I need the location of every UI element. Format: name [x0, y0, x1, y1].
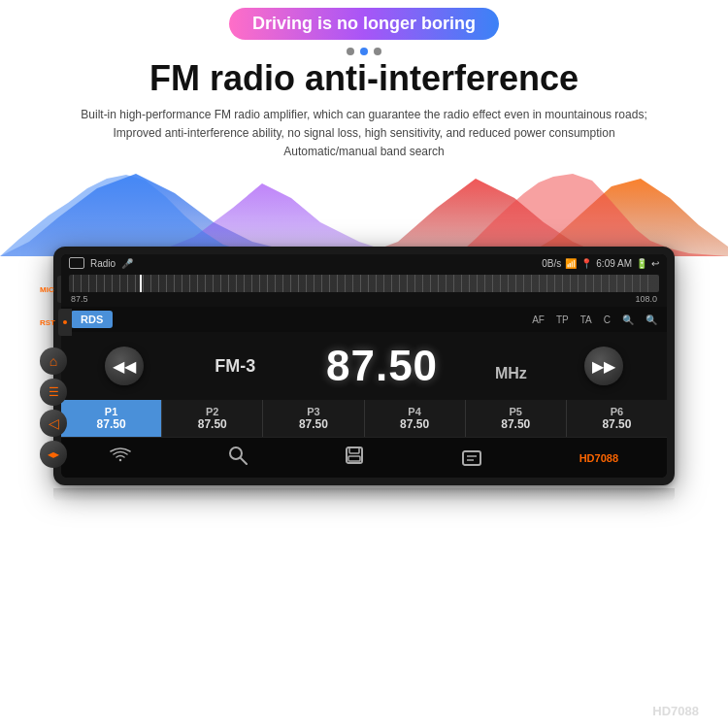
tuner-section: 87.5 108.0 — [61, 272, 667, 307]
preset-6-num: P6 — [571, 406, 663, 417]
svg-rect-5 — [463, 451, 480, 465]
device-wrapper: MIC RST ⌂ ☰ ◁ ◂▸ — [0, 247, 728, 485]
preset-5-num: P5 — [470, 406, 562, 417]
preset-6[interactable]: P6 87.50 — [567, 400, 667, 437]
svg-rect-4 — [348, 456, 360, 461]
banner-pill: Driving is no longer boring — [229, 8, 499, 40]
preset-5[interactable]: P5 87.50 — [466, 400, 567, 437]
preset-1[interactable]: P1 87.50 — [61, 400, 162, 437]
mic-label: MIC — [40, 285, 54, 294]
nav-wifi[interactable] — [110, 447, 131, 469]
dots-indicator — [0, 48, 728, 55]
unit-label: MHz — [495, 365, 527, 382]
time-display: 6:09 AM — [596, 258, 632, 269]
rds-tp[interactable]: TP — [556, 314, 569, 325]
rds-button[interactable]: RDS — [71, 311, 113, 328]
back-arrow-icon[interactable]: ↩ — [651, 258, 659, 269]
nav-search[interactable] — [228, 446, 248, 470]
preset-2-num: P2 — [166, 406, 258, 417]
main-heading: FM radio anti-interference — [0, 59, 728, 98]
left-nav-home[interactable]: ⌂ — [40, 347, 67, 375]
rds-c[interactable]: C — [604, 314, 611, 325]
preset-5-freq: 87.50 — [470, 417, 562, 431]
status-right: 0B/s 📶 📍 6:09 AM 🔋 ↩ — [542, 258, 659, 269]
model-label: HD7088 — [579, 452, 618, 464]
preset-1-freq: 87.50 — [65, 417, 157, 431]
rds-controls: AF TP TA C 🔍 🔍 — [532, 314, 657, 325]
preset-3[interactable]: P3 87.50 — [263, 400, 364, 437]
mic-icon: 🎤 — [121, 258, 133, 269]
dot-1 — [347, 48, 354, 55]
left-nav-back[interactable]: ◁ — [40, 410, 67, 437]
preset-4-num: P4 — [369, 406, 461, 417]
preset-4[interactable]: P4 87.50 — [365, 400, 466, 437]
screen: Radio 🎤 0B/s 📶 📍 6:09 AM 🔋 ↩ — [61, 254, 667, 478]
rds-af[interactable]: AF — [532, 314, 545, 325]
nav-save[interactable] — [345, 446, 364, 470]
device-reflection — [0, 488, 728, 502]
dot-3 — [374, 48, 381, 55]
rst-label: RST — [40, 318, 55, 327]
subtitle-line3: Automatic/manual band search — [0, 143, 728, 161]
svg-line-1 — [241, 458, 247, 464]
tuner-bar[interactable] — [69, 275, 659, 292]
device-outer: MIC RST ⌂ ☰ ◁ ◂▸ — [53, 247, 675, 485]
tuner-max: 108.0 — [635, 294, 657, 304]
reflection-bar — [53, 488, 675, 502]
svg-point-0 — [230, 447, 242, 459]
presets-bar: P1 87.50 P2 87.50 P3 87.50 P4 87.50 — [61, 400, 667, 437]
battery-icon: 🔋 — [636, 258, 647, 269]
preset-4-freq: 87.50 — [369, 417, 461, 431]
preset-3-freq: 87.50 — [267, 417, 359, 431]
left-nav-menu[interactable]: ☰ — [40, 379, 67, 406]
dot-2 — [360, 48, 368, 55]
preset-2-freq: 87.50 — [166, 417, 258, 431]
nav-menu[interactable] — [461, 449, 482, 467]
preset-1-num: P1 — [65, 406, 157, 417]
home-icon[interactable] — [69, 257, 84, 269]
preset-2[interactable]: P2 87.50 — [162, 400, 263, 437]
rds-q1[interactable]: 🔍 — [622, 314, 634, 325]
location-icon: 📍 — [580, 258, 592, 269]
rds-q2[interactable]: 🔍 — [645, 314, 657, 325]
watermark-model: HD7088 — [652, 704, 699, 718]
preset-3-num: P3 — [267, 406, 359, 417]
subtitle-line1: Built-in high-performance FM radio ampli… — [0, 106, 728, 124]
preset-6-freq: 87.50 — [571, 417, 663, 431]
bottom-nav: HD7088 — [61, 437, 667, 478]
tuner-min: 87.5 — [71, 294, 88, 304]
subtitle-line2: Improved anti-interference ability, no s… — [0, 124, 728, 143]
banner-container: Driving is no longer boring — [0, 0, 728, 40]
signal-icon: 📶 — [565, 258, 577, 269]
rds-section: RDS AF TP TA C 🔍 🔍 — [61, 307, 667, 332]
subtitle: Built-in high-performance FM radio ampli… — [0, 106, 728, 162]
radio-display: ◀◀ FM-3 87.50 MHz ▶▶ — [61, 332, 667, 400]
rds-ta[interactable]: TA — [580, 314, 592, 325]
rst-button[interactable] — [58, 309, 72, 336]
status-bar: Radio 🎤 0B/s 📶 📍 6:09 AM 🔋 ↩ — [61, 254, 667, 272]
radio-label: Radio — [90, 258, 116, 269]
data-speed: 0B/s — [542, 258, 561, 269]
next-button[interactable]: ▶▶ — [584, 347, 623, 385]
tuner-labels: 87.5 108.0 — [69, 294, 659, 304]
waveform — [0, 169, 728, 256]
prev-button[interactable]: ◀◀ — [105, 347, 144, 385]
station-name: FM-3 — [201, 356, 269, 377]
device: Radio 🎤 0B/s 📶 📍 6:09 AM 🔋 ↩ — [53, 247, 675, 485]
frequency-display: 87.50 — [326, 342, 438, 390]
status-left: Radio 🎤 — [69, 257, 133, 269]
left-nav-vol[interactable]: ◂▸ — [40, 441, 67, 468]
